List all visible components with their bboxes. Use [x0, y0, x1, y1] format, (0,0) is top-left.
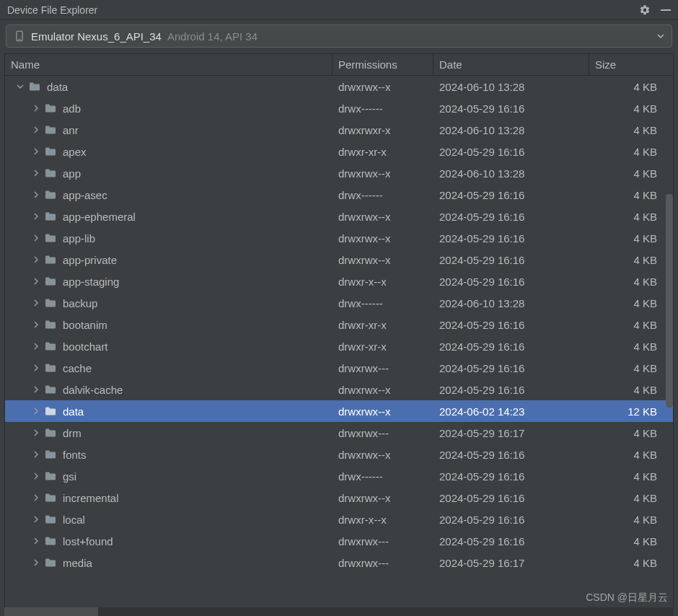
row-name: fonts — [63, 449, 87, 461]
row-permissions: drwxrwx--- — [333, 535, 433, 547]
col-size[interactable]: Size — [589, 54, 673, 75]
col-permissions[interactable]: Permissions — [333, 54, 433, 75]
folder-icon — [44, 297, 57, 309]
folder-icon — [44, 146, 57, 157]
chevron-right-icon[interactable] — [31, 449, 41, 459]
row-permissions: drwxrwx--- — [333, 557, 433, 569]
row-name: incremental — [63, 492, 119, 504]
chevron-right-icon[interactable] — [31, 493, 41, 503]
row-date: 2024-05-29 16:16 — [433, 340, 589, 353]
h-scroll-track[interactable] — [4, 607, 674, 616]
device-file-explorer-panel: Device File Explorer Emulator Nexus_6_AP… — [0, 0, 678, 616]
row-name: bootanim — [63, 319, 107, 331]
v-scroll-thumb[interactable] — [666, 194, 673, 408]
folder-icon — [44, 254, 57, 265]
col-name[interactable]: Name — [5, 54, 333, 75]
row-date: 2024-06-10 13:28 — [433, 124, 589, 136]
table-row[interactable]: incrementaldrwxrwx--x2024-05-29 16:164 K… — [5, 487, 673, 509]
row-permissions: drwxrwx--x — [333, 492, 433, 504]
folder-icon — [28, 81, 41, 92]
gear-icon[interactable] — [639, 4, 651, 16]
chevron-right-icon[interactable] — [31, 211, 41, 221]
row-name: app-staging — [63, 276, 119, 288]
table-row[interactable]: datadrwxrwx--x2024-06-10 13:284 KB — [5, 76, 673, 97]
chevron-right-icon[interactable] — [31, 255, 41, 265]
folder-icon — [44, 362, 57, 374]
h-scroll-thumb[interactable] — [4, 607, 98, 616]
file-table: Name Permissions Date Size datadrwxrwx--… — [4, 53, 674, 616]
row-permissions: drwxrwx--x — [333, 384, 433, 396]
row-permissions: drwxrwx--- — [333, 362, 433, 374]
minimize-icon[interactable] — [661, 9, 671, 11]
table-row[interactable]: app-asecdrwx------2024-05-29 16:164 KB — [5, 184, 673, 206]
table-row[interactable]: cachedrwxrwx---2024-05-29 16:164 KB — [5, 357, 673, 379]
table-row[interactable]: datadrwxrwx--x2024-06-02 14:2312 KB — [5, 400, 673, 422]
chevron-right-icon[interactable] — [31, 384, 41, 395]
row-permissions: drwxrwx--x — [333, 254, 433, 266]
chevron-right-icon[interactable] — [31, 471, 41, 481]
row-date: 2024-05-29 16:16 — [433, 146, 589, 158]
table-row[interactable]: dalvik-cachedrwxrwx--x2024-05-29 16:164 … — [5, 379, 673, 400]
row-date: 2024-05-29 16:16 — [433, 232, 589, 245]
col-date[interactable]: Date — [433, 54, 589, 75]
row-size: 4 KB — [589, 232, 673, 245]
chevron-right-icon[interactable] — [31, 125, 41, 135]
chevron-right-icon[interactable] — [31, 428, 41, 438]
chevron-right-icon[interactable] — [31, 406, 41, 416]
chevron-right-icon[interactable] — [31, 514, 41, 524]
row-date: 2024-05-29 16:16 — [433, 189, 589, 201]
table-row[interactable]: drmdrwxrwx---2024-05-29 16:174 KB — [5, 422, 673, 444]
row-size: 4 KB — [589, 211, 673, 223]
chevron-right-icon[interactable] — [31, 320, 41, 330]
chevron-right-icon[interactable] — [31, 341, 41, 351]
chevron-right-icon[interactable] — [31, 558, 41, 568]
table-row[interactable]: gsidrwx------2024-05-29 16:164 KB — [5, 465, 673, 487]
folder-icon — [44, 427, 57, 439]
table-row[interactable]: localdrwxr-x--x2024-05-29 16:164 KB — [5, 509, 673, 530]
table-row[interactable]: mediadrwxrwx---2024-05-29 16:174 KB — [5, 552, 673, 573]
chevron-right-icon[interactable] — [31, 190, 41, 200]
row-permissions: drwxrwx--- — [333, 427, 433, 439]
chevron-right-icon[interactable] — [31, 233, 41, 243]
folder-icon — [44, 211, 57, 222]
row-date: 2024-06-10 13:28 — [433, 167, 589, 180]
table-row[interactable]: apexdrwxr-xr-x2024-05-29 16:164 KB — [5, 141, 673, 162]
row-name: app-ephemeral — [63, 211, 136, 223]
table-row[interactable]: app-privatedrwxrwx--x2024-05-29 16:164 K… — [5, 249, 673, 270]
table-row[interactable]: bootanimdrwxr-xr-x2024-05-29 16:164 KB — [5, 314, 673, 335]
chevron-down-icon[interactable] — [15, 82, 25, 92]
row-size: 4 KB — [589, 557, 673, 569]
row-permissions: drwxr-xr-x — [333, 146, 433, 158]
row-size: 4 KB — [589, 384, 673, 396]
chevron-right-icon[interactable] — [31, 168, 41, 178]
table-row[interactable]: adbdrwx------2024-05-29 16:164 KB — [5, 97, 673, 119]
table-row[interactable]: app-stagingdrwxr-x--x2024-05-29 16:164 K… — [5, 270, 673, 292]
folder-icon — [44, 514, 57, 525]
table-row[interactable]: app-ephemeraldrwxrwx--x2024-05-29 16:164… — [5, 206, 673, 227]
table-row[interactable]: backupdrwx------2024-06-10 13:284 KB — [5, 292, 673, 314]
row-permissions: drwxrwx--x — [333, 232, 433, 245]
panel-title: Device File Explorer — [7, 4, 97, 16]
device-name: Emulator Nexus_6_API_34 — [31, 30, 162, 43]
row-name: adb — [63, 102, 81, 115]
chevron-right-icon[interactable] — [31, 536, 41, 546]
row-date: 2024-05-29 16:16 — [433, 211, 589, 223]
row-permissions: drwx------ — [333, 189, 433, 201]
table-row[interactable]: appdrwxrwx--x2024-06-10 13:284 KB — [5, 162, 673, 184]
chevron-right-icon[interactable] — [31, 298, 41, 308]
row-permissions: drwxr-xr-x — [333, 319, 433, 331]
row-name: local — [63, 514, 85, 526]
table-row[interactable]: anrdrwxrwxr-x2024-06-10 13:284 KB — [5, 119, 673, 141]
row-size: 4 KB — [589, 319, 673, 331]
chevron-right-icon[interactable] — [31, 363, 41, 373]
table-row[interactable]: fontsdrwxrwx--x2024-05-29 16:164 KB — [5, 444, 673, 465]
chevron-right-icon[interactable] — [31, 276, 41, 286]
device-selector[interactable]: Emulator Nexus_6_API_34 Android 14, API … — [6, 25, 672, 48]
table-row[interactable]: app-libdrwxrwx--x2024-05-29 16:164 KB — [5, 227, 673, 249]
table-row[interactable]: lost+founddrwxrwx---2024-05-29 16:164 KB — [5, 530, 673, 552]
chevron-right-icon[interactable] — [31, 146, 41, 157]
table-row[interactable]: bootchartdrwxr-xr-x2024-05-29 16:164 KB — [5, 335, 673, 357]
chevron-right-icon[interactable] — [31, 103, 41, 113]
v-scroll-track[interactable] — [663, 76, 673, 615]
folder-icon — [44, 492, 57, 503]
